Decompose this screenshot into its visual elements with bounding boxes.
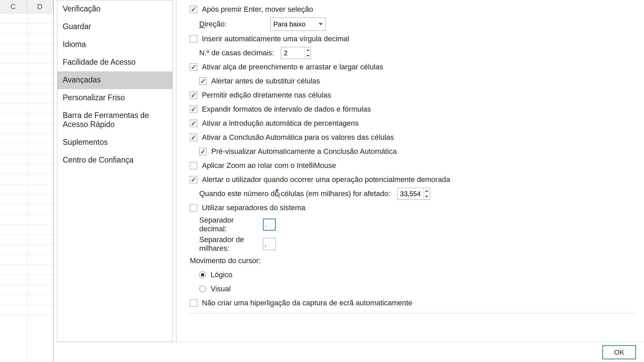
input-thousand-separator[interactable]: ,: [263, 238, 276, 250]
checkbox-fill-handle[interactable]: [190, 63, 197, 71]
label-extend-formats: Expandir formatos de intervalo de dados …: [202, 105, 371, 114]
advanced-options-panel: Após premir Enter, mover seleção Direção…: [176, 0, 644, 342]
spinner-value: 2: [284, 49, 287, 57]
label-visual: Visual: [211, 285, 231, 293]
combo-direction[interactable]: Para baixo: [270, 17, 326, 31]
sidebar-item-quick-access[interactable]: Barra de Ferramentas de Acesso Rápido: [57, 107, 172, 134]
radio-visual[interactable]: [199, 286, 206, 292]
sidebar-item-trust-center[interactable]: Centro de Confiança: [57, 152, 172, 169]
sidebar-item-addins[interactable]: Suplementos: [57, 134, 172, 152]
sidebar-item-advanced[interactable]: Avançadas: [57, 71, 172, 89]
label-auto-decimal: Inserir automaticamente uma vírgula deci…: [202, 35, 349, 43]
spinner-down-icon[interactable]: [305, 53, 311, 59]
label-no-hyperlink: Não criar uma hiperligação da captura de…: [202, 299, 412, 307]
sidebar-item-language[interactable]: Idioma: [57, 36, 172, 54]
checkbox-extend-formats[interactable]: [190, 106, 197, 113]
label-decimal-places: N.º de casas decimais:: [199, 49, 274, 57]
label-edit-in-cell: Permitir edição diretamente nas células: [202, 91, 331, 100]
label-alert-slow: Alertar o utilizador quando ocorrer uma …: [202, 175, 450, 184]
checkbox-preview-autocomplete[interactable]: [199, 148, 207, 155]
label-alert-overwrite: Alertar antes de substituir células: [211, 77, 320, 85]
label-autocomplete: Ativar a Conclusão Automática para os va…: [202, 133, 394, 142]
radio-logical[interactable]: [199, 272, 206, 278]
column-header[interactable]: C: [0, 0, 27, 13]
label-cursor-movement: Movimento do cursor:: [190, 256, 261, 265]
options-sidebar: Verificação Guardar Idioma Facilidade de…: [57, 0, 173, 342]
sidebar-item-save[interactable]: Guardar: [57, 18, 172, 36]
column-header[interactable]: D: [27, 0, 54, 13]
checkbox-edit-in-cell[interactable]: [190, 92, 197, 99]
checkbox-after-enter[interactable]: [190, 6, 197, 13]
checkbox-no-hyperlink[interactable]: [190, 299, 197, 307]
checkbox-alert-overwrite[interactable]: [199, 77, 207, 85]
spinner-up-icon[interactable]: [305, 47, 311, 53]
ok-button[interactable]: OK: [602, 345, 636, 359]
label-thousand-separator: Separador de milhares:: [199, 235, 263, 253]
label-system-separators: Utilizar separadores do sistema: [202, 203, 305, 212]
input-decimal-separator[interactable]: .: [263, 219, 276, 231]
spinner-value: 33,554: [400, 190, 421, 198]
sidebar-item-customize-ribbon[interactable]: Personalizar Friso: [57, 89, 172, 107]
sidebar-item-accessibility[interactable]: Facilidade de Acesso: [57, 54, 172, 71]
label-fill-handle: Ativar alça de preenchimento e arrastar …: [202, 63, 383, 71]
checkbox-zoom-intellimouse[interactable]: [190, 162, 197, 169]
label-logical: Lógico: [211, 270, 232, 279]
checkbox-alert-slow[interactable]: [190, 176, 197, 183]
spinner-decimal-places[interactable]: 2: [281, 47, 311, 59]
checkbox-auto-percent[interactable]: [190, 120, 197, 127]
spreadsheet-background: C D: [0, 0, 54, 362]
label-cells-affected: Quando este número de células (em milhar…: [199, 189, 390, 198]
label-after-enter: Após premir Enter, mover seleção: [202, 5, 313, 14]
checkbox-system-separators[interactable]: [190, 204, 197, 212]
label-zoom-intellimouse: Aplicar Zoom ao rolar com o IntelliMouse: [202, 161, 336, 170]
dialog-footer: OK: [57, 342, 644, 362]
label-auto-percent: Ativar a introdução automática de percen…: [202, 119, 359, 128]
sidebar-item-verification[interactable]: Verificação: [57, 0, 172, 18]
spinner-down-icon[interactable]: [424, 194, 430, 199]
checkbox-auto-decimal[interactable]: [190, 35, 197, 43]
label-preview-autocomplete: Pré-visualizar Automaticamente a Conclus…: [211, 147, 397, 156]
label-direction: Direção:: [199, 20, 227, 28]
label-decimal-separator: Separador decimal:: [199, 216, 263, 233]
checkbox-autocomplete[interactable]: [190, 134, 197, 141]
spinner-up-icon[interactable]: [424, 188, 430, 194]
spinner-cells-affected[interactable]: 33,554: [397, 188, 430, 200]
